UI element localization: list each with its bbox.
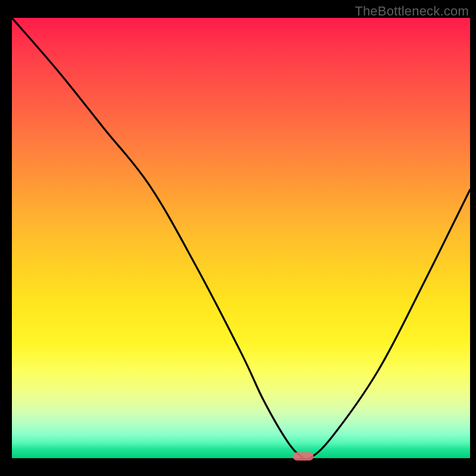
chart-frame: TheBottleneck.com — [0, 0, 476, 476]
watermark-text: TheBottleneck.com — [355, 4, 469, 19]
curve-path — [12, 18, 470, 458]
optimum-marker — [293, 452, 314, 461]
bottleneck-curve — [12, 18, 470, 458]
plot-area — [12, 18, 470, 458]
